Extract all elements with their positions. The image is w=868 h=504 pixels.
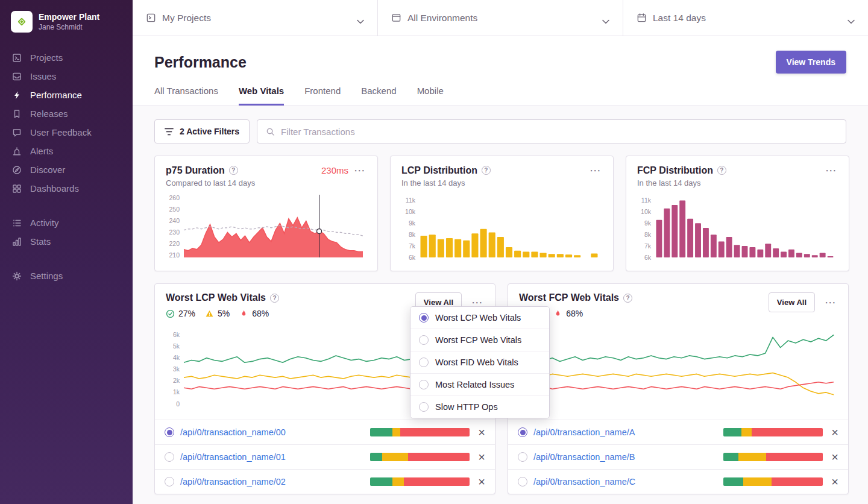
row-radio[interactable] (165, 427, 174, 437)
tab-mobile[interactable]: Mobile (417, 86, 444, 106)
row-radio[interactable] (518, 427, 527, 437)
tab-all-transactions[interactable]: All Transactions (154, 86, 218, 106)
view-all-button[interactable]: View All (769, 292, 815, 312)
search-input[interactable] (281, 127, 837, 137)
tab-backend[interactable]: Backend (361, 86, 396, 106)
card-title: Worst LCP Web Vitals (166, 292, 266, 303)
page-header: Performance View Trends All Transactions… (133, 36, 868, 106)
svg-text:6k: 6k (409, 254, 416, 261)
transaction-link[interactable]: /api/0/transaction_name/C (533, 477, 635, 487)
projects-icon (12, 53, 23, 63)
help-icon[interactable]: ? (229, 166, 238, 175)
dropdown-option-worst-fid[interactable]: Worst FID Web Vitals (410, 351, 549, 374)
sidebar-item-activity[interactable]: Activity (0, 213, 133, 232)
lcp-distribution-chart: 11k10k9k8k7k6k (401, 191, 602, 267)
close-icon[interactable]: × (831, 451, 838, 463)
dropdown-option-worst-lcp[interactable]: Worst LCP Web Vitals (410, 307, 549, 329)
svg-text:4k: 4k (173, 354, 180, 361)
search-icon (266, 127, 275, 136)
close-icon[interactable]: × (478, 451, 485, 463)
page-content: 2 Active Filters p75 Duration ? 230ms ⋯ (133, 106, 868, 504)
help-icon[interactable]: ? (623, 294, 632, 303)
dropdown-option-slow-http-ops[interactable]: Slow HTTP Ops (410, 396, 549, 418)
dropdown-option-most-related-issues[interactable]: Most Related Issues (410, 374, 549, 396)
option-radio[interactable] (419, 402, 429, 412)
vitals-stacked-bar (723, 428, 823, 436)
alerts-icon (12, 146, 23, 156)
row-radio[interactable] (518, 452, 527, 462)
transaction-filter-row: 2 Active Filters (154, 119, 846, 143)
sidebar-item-alerts[interactable]: Alerts (0, 142, 133, 160)
help-icon[interactable]: ? (482, 166, 491, 175)
transaction-link[interactable]: /api/0/transaction_name/01 (180, 452, 286, 462)
svg-text:260: 260 (169, 194, 180, 201)
transaction-link[interactable]: /api/0/transaction_name/02 (180, 477, 286, 487)
card-menu-button[interactable]: ⋯ (824, 165, 838, 176)
worst-vitals-section: Worst LCP Web Vitals ? 27% 5% (154, 283, 846, 494)
sidebar: Empower Plant Jane Schmidt Projects Issu… (0, 0, 133, 504)
user-name: Jane Schmidt (39, 23, 99, 31)
sidebar-item-discover[interactable]: Discover (0, 160, 133, 179)
poor-badge: 68% (553, 309, 583, 318)
lcp-distribution-card: LCP Distribution ? ⋯ In the last 14 days… (390, 156, 614, 271)
good-badge: 27% (166, 309, 195, 318)
svg-text:9k: 9k (644, 219, 652, 227)
sidebar-item-dashboards[interactable]: Dashboards (0, 179, 133, 198)
sidebar-item-issues[interactable]: Issues (0, 67, 133, 86)
close-icon[interactable]: × (478, 426, 485, 438)
active-filters-button[interactable]: 2 Active Filters (154, 119, 250, 143)
worst-fcp-chart: 6k5k4k3k2k1k0 (508, 322, 848, 420)
org-name: Empower Plant (39, 12, 99, 22)
chevron-down-icon (848, 16, 855, 20)
tab-frontend[interactable]: Frontend (304, 86, 341, 106)
transaction-link[interactable]: /api/0/transaction_name/B (533, 452, 635, 462)
view-trends-button[interactable]: View Trends (776, 51, 846, 74)
tab-web-vitals[interactable]: Web Vitals (239, 86, 284, 106)
dashboards-icon (12, 184, 23, 194)
transaction-list: /api/0/transaction_name/00 × /api/0/tran… (155, 420, 495, 494)
p75-duration-chart: 260250240230220210 (166, 191, 366, 267)
sidebar-item-releases[interactable]: Releases (0, 104, 133, 123)
sidebar-item-performance[interactable]: Performance (0, 86, 133, 104)
card-menu-button[interactable]: ⋯ (823, 297, 837, 308)
sidebar-item-stats[interactable]: Stats (0, 232, 133, 251)
performance-icon (12, 90, 23, 100)
svg-text:7k: 7k (409, 242, 416, 250)
transaction-link[interactable]: /api/0/transaction_name/A (533, 427, 635, 437)
sidebar-item-projects[interactable]: Projects (0, 48, 133, 67)
option-radio[interactable] (419, 313, 429, 323)
sidebar-nav-settings: Settings (0, 266, 133, 285)
dropdown-option-worst-fcp[interactable]: Worst FCP Web Vitals (410, 329, 549, 351)
svg-text:240: 240 (169, 217, 180, 224)
sidebar-nav-primary: Projects Issues Performance Releases Use… (0, 48, 133, 198)
row-radio[interactable] (165, 452, 174, 462)
sidebar-item-settings[interactable]: Settings (0, 266, 133, 285)
help-icon[interactable]: ? (270, 294, 279, 303)
environment-selector[interactable]: All Environments (378, 0, 623, 36)
card-menu-button[interactable]: ⋯ (588, 165, 602, 176)
option-radio[interactable] (419, 358, 429, 367)
svg-text:1k: 1k (173, 388, 180, 395)
svg-text:9k: 9k (409, 219, 416, 227)
card-title: FCP Distribution (637, 165, 713, 176)
help-icon[interactable]: ? (717, 166, 726, 175)
close-icon[interactable]: × (831, 426, 838, 438)
card-menu-button[interactable]: ⋯ (353, 165, 366, 176)
project-selector[interactable]: My Projects (133, 0, 378, 36)
transaction-link[interactable]: /api/0/transaction_name/00 (180, 427, 286, 437)
calendar-icon (637, 13, 647, 23)
global-filter-bar: My Projects All Environments Last 14 day… (133, 0, 868, 36)
filter-icon (165, 128, 174, 136)
close-icon[interactable]: × (831, 476, 838, 488)
org-switcher[interactable]: Empower Plant Jane Schmidt (0, 8, 133, 42)
row-radio[interactable] (165, 477, 174, 487)
sidebar-item-user-feedback[interactable]: User Feedback (0, 123, 133, 142)
option-radio[interactable] (419, 335, 429, 345)
row-radio[interactable] (518, 477, 527, 487)
option-radio[interactable] (419, 380, 429, 389)
chevron-down-icon (357, 16, 364, 20)
issues-icon (12, 72, 23, 81)
date-range-selector[interactable]: Last 14 days (623, 0, 868, 36)
close-icon[interactable]: × (478, 476, 485, 488)
vitals-stacked-bar (370, 428, 470, 436)
